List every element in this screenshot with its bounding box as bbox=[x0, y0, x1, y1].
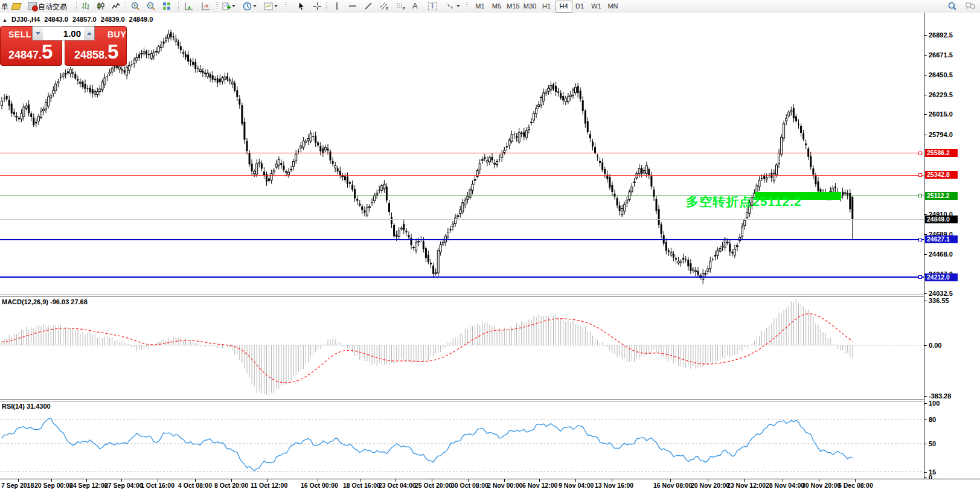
price-tick bbox=[924, 55, 927, 56]
timeframe-button-w1[interactable]: W1 bbox=[589, 1, 604, 11]
line-handle[interactable] bbox=[918, 238, 922, 241]
arrows-caret[interactable] bbox=[456, 5, 460, 7]
timeframe-button-h1[interactable]: H1 bbox=[539, 1, 554, 11]
candlestick-chart-icon[interactable] bbox=[95, 1, 106, 11]
time-label: 23 Nov 12:00 bbox=[727, 482, 766, 489]
horizontal-line-24627.1[interactable] bbox=[0, 239, 924, 240]
period-caret[interactable] bbox=[253, 5, 257, 7]
volume-control: 1.00 bbox=[32, 26, 95, 40]
price-axis[interactable]: 26892.526671.526450.526229.526015.025794… bbox=[924, 13, 980, 479]
price-tick-label: 26892.5 bbox=[929, 31, 953, 39]
timeframe-button-h4[interactable]: H4 bbox=[556, 1, 572, 13]
price-tick bbox=[924, 95, 927, 95]
triangle-up-icon bbox=[87, 32, 92, 35]
time-label: 28 Nov 04:00 bbox=[766, 482, 804, 489]
vertical-line-tool-icon[interactable] bbox=[331, 1, 342, 11]
timeframe-button-d1[interactable]: D1 bbox=[572, 1, 588, 11]
price-tick bbox=[924, 234, 927, 235]
horizontal-line-25586.2[interactable] bbox=[0, 153, 924, 153]
zoom-in-icon[interactable] bbox=[130, 1, 141, 11]
turning-point-annotation[interactable]: 多空转折点25112.2 bbox=[686, 193, 802, 210]
line-handle[interactable] bbox=[918, 194, 922, 197]
line-handle[interactable] bbox=[918, 173, 922, 177]
price-tick-label: 26015.0 bbox=[929, 110, 953, 118]
time-label: 13 Nov 16:00 bbox=[595, 482, 633, 489]
add-indicator-caret[interactable] bbox=[232, 5, 235, 7]
triangle-down-icon bbox=[36, 32, 40, 35]
text-label-tool-icon[interactable]: T bbox=[427, 1, 438, 11]
volume-increase-button[interactable] bbox=[84, 27, 94, 40]
channel-tool-icon[interactable]: E bbox=[379, 1, 389, 11]
price-tick-label: 26671.5 bbox=[929, 51, 953, 59]
price-tick bbox=[924, 214, 927, 215]
template-icon[interactable] bbox=[263, 1, 274, 11]
time-label: 8 Oct 20:00 bbox=[214, 482, 248, 489]
time-label: 24 Sep 12:00 bbox=[69, 482, 108, 489]
timeframe-button-m1[interactable]: M1 bbox=[472, 1, 488, 11]
line-handle[interactable] bbox=[918, 152, 922, 155]
chat-icon[interactable] bbox=[965, 1, 976, 11]
ohlc-close: 24849.0 bbox=[129, 16, 153, 23]
crosshair-icon[interactable] bbox=[312, 1, 322, 11]
one-click-trading-panel: SELL 24847.5 BUY 24858.5 1.00 bbox=[0, 26, 127, 66]
ohlc-low: 24839.0 bbox=[101, 16, 125, 23]
macd-scale-label: 0.00 bbox=[929, 342, 941, 349]
volume-decrease-button[interactable] bbox=[33, 27, 43, 40]
time-axis[interactable]: 7 Sep 201820 Sep 00:0024 Sep 12:0027 Sep… bbox=[0, 479, 980, 495]
arrows-tool-icon[interactable] bbox=[444, 1, 455, 11]
rsi-scale-tick bbox=[924, 477, 927, 478]
time-label: 7 Sep 2018 bbox=[1, 482, 34, 489]
timeframe-button-mn[interactable]: MN bbox=[605, 1, 621, 11]
zoom-out-icon[interactable] bbox=[146, 1, 156, 11]
mt4-window: 单 自动交易 bbox=[0, 0, 980, 495]
timeframe-button-m30[interactable]: M30 bbox=[522, 1, 538, 11]
toolbar-separator bbox=[126, 2, 127, 10]
tile-windows-icon[interactable] bbox=[161, 1, 172, 11]
line-handle[interactable] bbox=[918, 275, 922, 279]
toolbar-grip bbox=[216, 2, 218, 10]
time-label: 30 Oct 08:00 bbox=[451, 482, 488, 489]
price-tick bbox=[924, 135, 927, 135]
autotrading-icon[interactable] bbox=[27, 1, 37, 11]
timeframe-button-m5[interactable]: M5 bbox=[489, 1, 505, 11]
chart-shift-icon[interactable] bbox=[200, 1, 211, 11]
macd-scale-tick bbox=[924, 345, 927, 346]
time-label: 6 Nov 12:00 bbox=[522, 482, 557, 489]
ohlc-open: 24843.0 bbox=[44, 16, 68, 23]
time-label: 20 Nov 20:00 bbox=[691, 482, 729, 489]
macd-pane[interactable]: MACD(12,26,9) -96.03 27.68 bbox=[0, 297, 924, 399]
timeframe-button-m15[interactable]: M15 bbox=[505, 1, 521, 11]
fibonacci-tool-icon[interactable]: F bbox=[396, 1, 406, 11]
search-icon[interactable] bbox=[947, 1, 958, 11]
volume-field[interactable]: 1.00 bbox=[43, 27, 84, 40]
horizontal-line-tool-icon[interactable] bbox=[347, 1, 358, 11]
main-chart-pane[interactable]: 多空转折点25112.2 bbox=[0, 13, 924, 295]
time-label: 16 Nov 08:00 bbox=[653, 482, 692, 489]
new-order-button[interactable]: 单 bbox=[1, 2, 8, 12]
rsi-pane[interactable]: RSI(14) 31.4300 bbox=[0, 401, 924, 479]
new-order-icon[interactable] bbox=[11, 1, 22, 11]
horizontal-line-24212.0[interactable] bbox=[0, 276, 924, 278]
rsi-scale-label: 50 bbox=[929, 440, 936, 447]
auto-scroll-icon[interactable] bbox=[183, 1, 194, 11]
bar-chart-icon[interactable] bbox=[80, 1, 91, 11]
price-tick-label: 24032.5 bbox=[929, 290, 953, 297]
time-label: 4 Oct 08:00 bbox=[178, 482, 212, 489]
autotrading-label[interactable]: 自动交易 bbox=[38, 2, 67, 12]
add-indicator-icon[interactable] bbox=[221, 1, 232, 11]
sell-price: 24847.5 bbox=[8, 44, 53, 62]
cursor-icon[interactable] bbox=[296, 1, 307, 11]
line-chart-icon[interactable] bbox=[110, 1, 121, 11]
rsi-scale-tick bbox=[924, 444, 927, 444]
price-tag-25112.2: 25112.2 bbox=[925, 192, 958, 200]
horizontal-line-25342.8[interactable] bbox=[0, 175, 924, 176]
time-label: 1 Oct 16:00 bbox=[141, 482, 175, 489]
period-clock-icon[interactable] bbox=[242, 1, 252, 11]
trendline-tool-icon[interactable] bbox=[363, 1, 374, 11]
price-tag-24849.0: 24849.0 bbox=[925, 216, 958, 223]
template-caret[interactable] bbox=[274, 5, 278, 7]
svg-text:F: F bbox=[403, 7, 405, 11]
horizontal-line-24849.0[interactable] bbox=[0, 219, 924, 220]
time-label: 11 Oct 12:00 bbox=[251, 482, 287, 489]
text-tool-icon[interactable]: A bbox=[412, 1, 418, 10]
